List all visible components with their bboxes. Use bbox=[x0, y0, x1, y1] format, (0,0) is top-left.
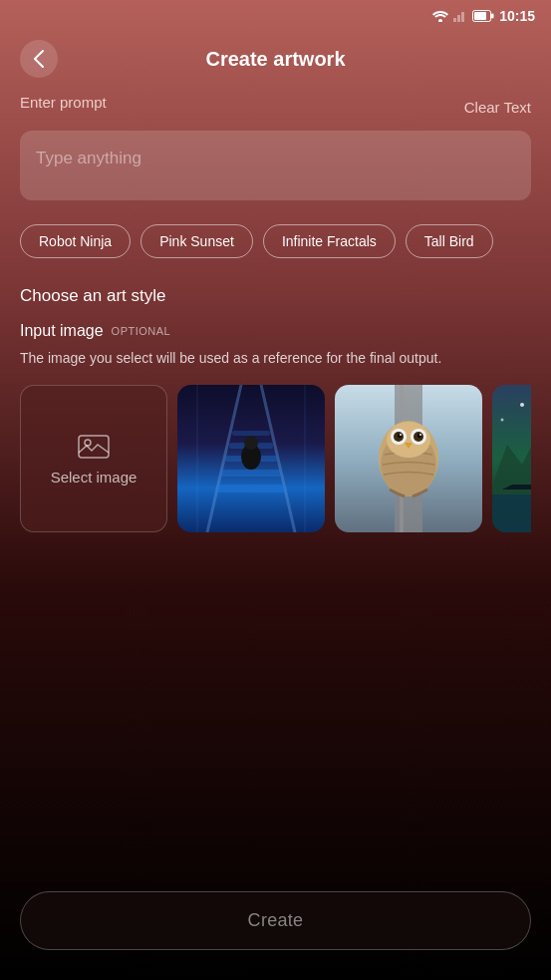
art-style-label: Choose an art style bbox=[20, 286, 531, 306]
create-btn-container: Create bbox=[20, 891, 531, 950]
svg-rect-36 bbox=[492, 494, 531, 532]
svg-point-33 bbox=[400, 434, 402, 436]
back-icon bbox=[34, 50, 44, 68]
style-chips-row: Robot Ninja Pink Sunset Infinite Fractal… bbox=[20, 224, 531, 262]
svg-point-37 bbox=[520, 403, 524, 407]
svg-rect-16 bbox=[232, 431, 270, 436]
chip-robot-ninja[interactable]: Robot Ninja bbox=[20, 224, 131, 258]
status-time: 10:15 bbox=[499, 8, 535, 24]
art-style-section: Choose an art style bbox=[20, 286, 531, 306]
svg-rect-1 bbox=[453, 18, 456, 22]
svg-rect-2 bbox=[457, 15, 460, 22]
battery-icon bbox=[472, 10, 494, 22]
input-image-header: Input image OPTIONAL bbox=[20, 322, 531, 340]
escalator-image bbox=[177, 385, 325, 532]
back-button[interactable] bbox=[20, 40, 58, 78]
svg-rect-7 bbox=[79, 436, 109, 458]
create-button[interactable]: Create bbox=[20, 891, 531, 950]
nature-image bbox=[492, 385, 531, 532]
image-row: Select image bbox=[20, 385, 531, 532]
status-bar: 10:15 bbox=[0, 0, 551, 32]
chip-tall-bird[interactable]: Tall Bird bbox=[406, 224, 493, 258]
prompt-label-row: Enter prompt Clear Text bbox=[20, 94, 531, 121]
select-image-label: Select image bbox=[51, 469, 138, 486]
svg-rect-5 bbox=[474, 12, 486, 20]
svg-rect-13 bbox=[221, 470, 281, 477]
chip-pink-sunset[interactable]: Pink Sunset bbox=[140, 224, 253, 258]
svg-point-8 bbox=[85, 440, 91, 446]
svg-rect-12 bbox=[217, 485, 285, 492]
prompt-label: Enter prompt bbox=[20, 94, 107, 111]
main-content: Enter prompt Clear Text Robot Ninja Pink… bbox=[0, 94, 551, 532]
image-thumb-escalator[interactable] bbox=[177, 385, 325, 532]
svg-point-38 bbox=[501, 419, 504, 422]
image-thumb-owl[interactable] bbox=[335, 385, 482, 532]
svg-rect-6 bbox=[491, 14, 494, 19]
image-placeholder-icon bbox=[78, 433, 110, 461]
select-image-button[interactable]: Select image bbox=[20, 385, 167, 532]
wifi-icon bbox=[432, 10, 448, 22]
optional-badge: OPTIONAL bbox=[112, 325, 171, 337]
page-title: Create artwork bbox=[58, 48, 493, 71]
svg-point-18 bbox=[244, 436, 258, 450]
chip-infinite-fractals[interactable]: Infinite Fractals bbox=[263, 224, 396, 258]
signal-icon bbox=[453, 10, 467, 22]
clear-text-button[interactable]: Clear Text bbox=[464, 99, 531, 116]
owl-image bbox=[335, 385, 482, 532]
status-icons: 10:15 bbox=[432, 8, 535, 24]
image-thumb-nature[interactable] bbox=[492, 385, 531, 532]
svg-rect-3 bbox=[461, 12, 464, 22]
input-image-section: Input image OPTIONAL The image you selec… bbox=[20, 322, 531, 532]
input-image-title: Input image bbox=[20, 322, 104, 340]
prompt-input[interactable] bbox=[20, 131, 531, 200]
svg-point-34 bbox=[419, 434, 421, 436]
input-image-description: The image you select will be used as a r… bbox=[20, 348, 531, 369]
header: Create artwork bbox=[0, 32, 551, 94]
svg-point-0 bbox=[438, 19, 442, 22]
